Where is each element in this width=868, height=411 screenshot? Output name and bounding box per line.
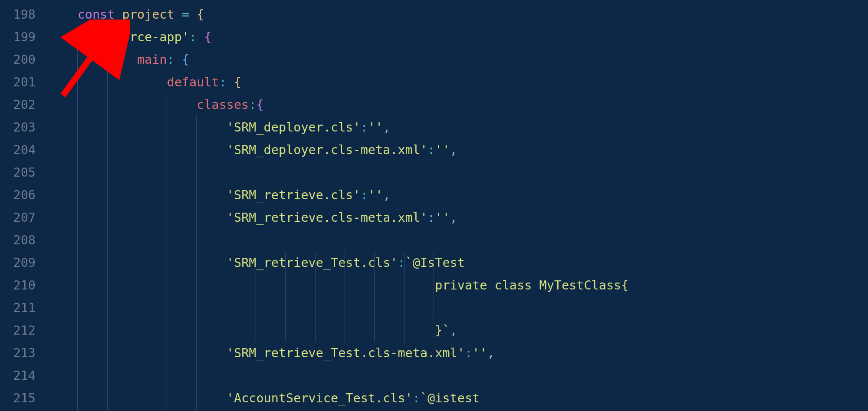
line-number: 204 (0, 139, 48, 161)
colon: : (465, 346, 472, 360)
comma: , (450, 323, 457, 338)
line-number: 201 (0, 71, 48, 94)
line-number-gutter: 1981992002012022032042052062072082092102… (0, 0, 48, 411)
code-line[interactable]: classes:{ (48, 94, 868, 116)
code-line[interactable]: 'SRM_retrieve_Test.cls':`@IsTest (48, 252, 868, 274)
code-line[interactable]: const project = { (48, 3, 868, 26)
code-line[interactable]: 'SRM_deployer.cls-meta.xml':'', (48, 139, 868, 161)
key-srm-deployer-cls: 'SRM_deployer.cls' (227, 120, 361, 135)
line-number: 211 (0, 297, 48, 319)
line-number: 202 (0, 94, 48, 116)
code-line[interactable]: 'SRM_deployer.cls':'', (48, 116, 868, 139)
code-line[interactable]: 'AccountService_Test.cls':`@istest (48, 387, 868, 410)
line-number: 214 (0, 365, 48, 387)
code-line[interactable]: 'SRM_retrieve_Test.cls-meta.xml':'', (48, 342, 868, 365)
comma: , (450, 143, 457, 157)
line-number: 213 (0, 342, 48, 365)
colon: : (361, 120, 368, 135)
brace-open: { (256, 98, 263, 112)
code-editor[interactable]: 1981992002012022032042052062072082092102… (0, 0, 868, 411)
colon: : (219, 75, 227, 89)
comma: , (450, 210, 457, 225)
key-srm-retrieve-meta: 'SRM_retrieve.cls-meta.xml' (227, 210, 427, 225)
line-number: 205 (0, 161, 48, 184)
colon: : (427, 210, 435, 225)
property-classes: classes (197, 98, 249, 112)
value-empty: '' (368, 188, 383, 202)
keyword-const: const (78, 7, 115, 22)
code-line[interactable]: main: { (48, 49, 868, 71)
line-number: 215 (0, 387, 48, 410)
code-line[interactable]: default: { (48, 71, 868, 94)
line-number: 208 (0, 229, 48, 252)
code-line[interactable]: 'SRM_retrieve.cls':'', (48, 184, 868, 207)
key-srm-deployer-meta: 'SRM_deployer.cls-meta.xml' (227, 143, 427, 157)
code-line[interactable] (48, 229, 868, 252)
colon: : (427, 143, 435, 157)
line-number: 209 (0, 252, 48, 274)
brace-open: { (197, 7, 204, 22)
colon: : (398, 256, 405, 270)
template-literal-start: `@istest (420, 391, 480, 405)
colon: : (361, 188, 368, 202)
code-area[interactable]: const project = { 'force-app': { main: {… (48, 0, 868, 411)
code-line[interactable] (48, 297, 868, 319)
comma: , (383, 188, 390, 202)
value-empty: '' (368, 120, 383, 135)
line-number: 203 (0, 116, 48, 139)
line-number: 198 (0, 3, 48, 26)
line-number: 200 (0, 49, 48, 71)
line-number: 207 (0, 207, 48, 229)
template-literal-end: }` (435, 323, 450, 338)
value-empty: '' (435, 210, 450, 225)
brace-open: { (182, 53, 189, 67)
comma: , (383, 120, 390, 135)
value-empty: '' (435, 143, 450, 157)
operator-equals: = (182, 7, 189, 22)
identifier-project: project (122, 7, 174, 22)
line-number: 206 (0, 184, 48, 207)
colon: : (167, 53, 174, 67)
colon: : (189, 30, 197, 44)
property-main: main (137, 53, 167, 67)
code-line[interactable]: 'force-app': { (48, 26, 868, 49)
template-literal-body: private class MyTestClass{ (435, 278, 628, 293)
brace-open: { (204, 30, 211, 44)
code-line[interactable] (48, 161, 868, 184)
colon: : (249, 98, 256, 112)
code-line[interactable] (48, 365, 868, 387)
code-line[interactable]: private class MyTestClass{ (48, 274, 868, 297)
comma: , (487, 346, 494, 360)
colon: : (413, 391, 420, 405)
property-force-app: 'force-app' (107, 30, 189, 44)
brace-open: { (234, 75, 241, 89)
line-number: 212 (0, 319, 48, 342)
key-srm-retrieve-cls: 'SRM_retrieve.cls' (227, 188, 361, 202)
key-account-service-test: 'AccountService_Test.cls' (227, 391, 413, 405)
code-line[interactable]: 'SRM_retrieve.cls-meta.xml':'', (48, 207, 868, 229)
key-srm-retrieve-test-cls: 'SRM_retrieve_Test.cls' (227, 256, 398, 270)
code-line[interactable]: }`, (48, 319, 868, 342)
key-srm-retrieve-test-meta: 'SRM_retrieve_Test.cls-meta.xml' (227, 346, 465, 360)
line-number: 199 (0, 26, 48, 49)
line-number: 210 (0, 274, 48, 297)
value-empty: '' (472, 346, 487, 360)
template-literal-start: `@IsTest (405, 256, 465, 270)
property-default: default (167, 75, 219, 89)
